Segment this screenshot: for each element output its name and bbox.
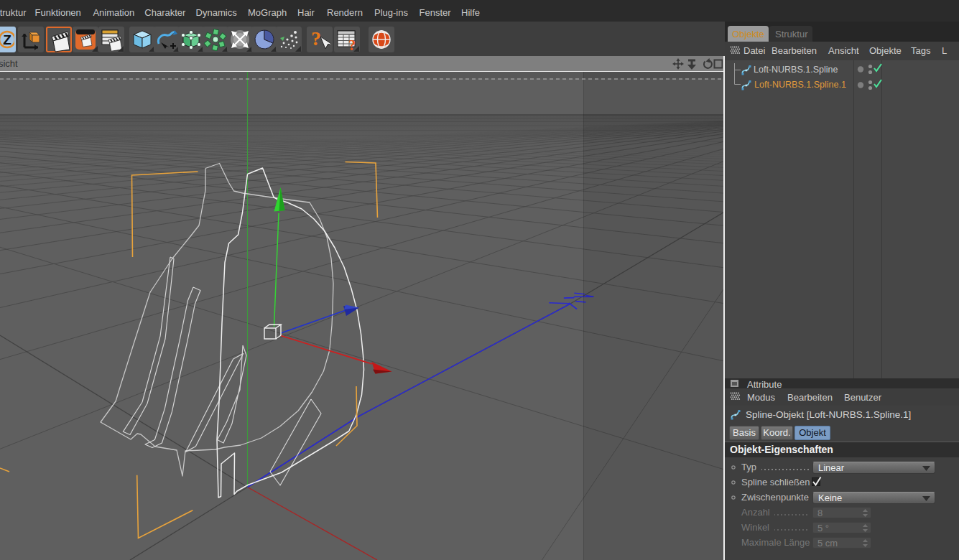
svg-text:Z: Z bbox=[3, 32, 11, 47]
svg-text:?: ? bbox=[311, 28, 321, 50]
